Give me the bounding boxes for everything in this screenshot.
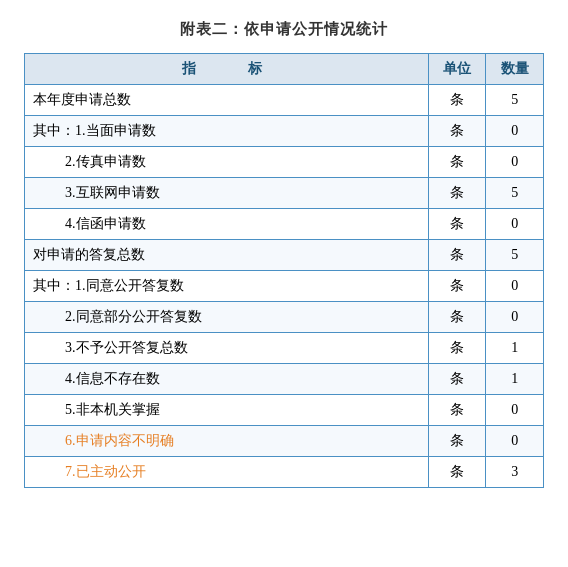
table-row: 3.互联网申请数条5: [25, 178, 544, 209]
table-row: 4.信息不存在数条1: [25, 364, 544, 395]
main-container: 附表二：依申请公开情况统计 指 标 单位 数量 本年度申请总数条5其中：1.当面…: [24, 20, 544, 488]
statistics-table: 指 标 单位 数量 本年度申请总数条5其中：1.当面申请数条02.传真申请数条0…: [24, 53, 544, 488]
page-title: 附表二：依申请公开情况统计: [24, 20, 544, 39]
cell-unit: 条: [428, 395, 486, 426]
cell-count: 0: [486, 302, 544, 333]
cell-unit: 条: [428, 426, 486, 457]
cell-indicator: 4.信函申请数: [25, 209, 429, 240]
cell-unit: 条: [428, 147, 486, 178]
table-row: 4.信函申请数条0: [25, 209, 544, 240]
cell-unit: 条: [428, 364, 486, 395]
cell-indicator: 5.非本机关掌握: [25, 395, 429, 426]
cell-indicator: 2.同意部分公开答复数: [25, 302, 429, 333]
cell-unit: 条: [428, 333, 486, 364]
cell-count: 0: [486, 209, 544, 240]
table-row: 其中：1.当面申请数条0: [25, 116, 544, 147]
cell-unit: 条: [428, 302, 486, 333]
header-count: 数量: [486, 54, 544, 85]
table-row: 6.申请内容不明确条0: [25, 426, 544, 457]
cell-count: 0: [486, 271, 544, 302]
header-indicator: 指 标: [25, 54, 429, 85]
cell-unit: 条: [428, 240, 486, 271]
table-row: 2.传真申请数条0: [25, 147, 544, 178]
table-row: 其中：1.同意公开答复数条0: [25, 271, 544, 302]
cell-count: 5: [486, 85, 544, 116]
cell-indicator: 4.信息不存在数: [25, 364, 429, 395]
table-row: 对申请的答复总数条5: [25, 240, 544, 271]
cell-indicator: 3.不予公开答复总数: [25, 333, 429, 364]
header-unit: 单位: [428, 54, 486, 85]
cell-count: 1: [486, 333, 544, 364]
cell-indicator: 2.传真申请数: [25, 147, 429, 178]
cell-count: 0: [486, 147, 544, 178]
cell-unit: 条: [428, 85, 486, 116]
cell-unit: 条: [428, 116, 486, 147]
cell-unit: 条: [428, 178, 486, 209]
cell-count: 3: [486, 457, 544, 488]
cell-count: 0: [486, 426, 544, 457]
cell-count: 5: [486, 240, 544, 271]
cell-unit: 条: [428, 209, 486, 240]
cell-unit: 条: [428, 271, 486, 302]
cell-indicator: 3.互联网申请数: [25, 178, 429, 209]
table-row: 2.同意部分公开答复数条0: [25, 302, 544, 333]
cell-count: 0: [486, 395, 544, 426]
cell-indicator: 其中：1.当面申请数: [25, 116, 429, 147]
cell-count: 1: [486, 364, 544, 395]
cell-count: 0: [486, 116, 544, 147]
table-row: 本年度申请总数条5: [25, 85, 544, 116]
cell-count: 5: [486, 178, 544, 209]
table-row: 3.不予公开答复总数条1: [25, 333, 544, 364]
cell-indicator: 对申请的答复总数: [25, 240, 429, 271]
table-row: 7.已主动公开条3: [25, 457, 544, 488]
cell-indicator: 7.已主动公开: [25, 457, 429, 488]
table-row: 5.非本机关掌握条0: [25, 395, 544, 426]
cell-unit: 条: [428, 457, 486, 488]
cell-indicator: 其中：1.同意公开答复数: [25, 271, 429, 302]
cell-indicator: 本年度申请总数: [25, 85, 429, 116]
cell-indicator: 6.申请内容不明确: [25, 426, 429, 457]
